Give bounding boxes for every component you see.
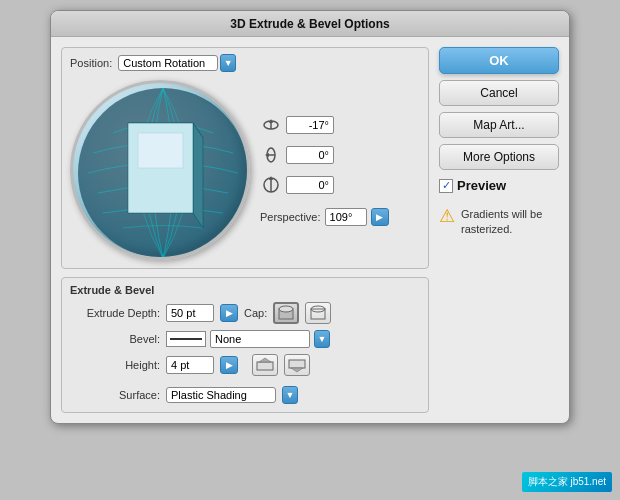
preview-row: ✓ Preview <box>439 178 559 193</box>
ok-button[interactable]: OK <box>439 47 559 74</box>
rotation-z-row <box>260 174 389 196</box>
extrude-section: Extrude & Bevel Extrude Depth: ▶ Cap: <box>61 277 429 413</box>
bevel-out-button[interactable] <box>284 354 310 376</box>
height-label: Height: <box>70 359 160 371</box>
rotation-z-value[interactable] <box>286 176 334 194</box>
svg-rect-20 <box>289 360 305 368</box>
cap-label: Cap: <box>244 307 267 319</box>
warning-icon: ⚠ <box>439 207 455 225</box>
dialog-title: 3D Extrude & Bevel Options <box>51 11 569 37</box>
cancel-button[interactable]: Cancel <box>439 80 559 106</box>
rotation-z-icon <box>260 174 282 196</box>
position-header: Position: Custom Rotation ▼ <box>70 54 420 72</box>
extrude-depth-button[interactable]: ▶ <box>220 304 238 322</box>
cap-button-off[interactable] <box>305 302 331 324</box>
right-panel: OK Cancel Map Art... More Options ✓ Prev… <box>439 47 559 413</box>
height-value[interactable] <box>166 356 214 374</box>
perspective-value[interactable] <box>325 208 367 226</box>
svg-marker-21 <box>291 368 303 372</box>
svg-marker-2 <box>193 123 203 228</box>
more-options-button[interactable]: More Options <box>439 144 559 170</box>
dialog-3d-extrude: 3D Extrude & Bevel Options Position: Cus… <box>50 10 570 424</box>
sphere-svg <box>73 83 250 260</box>
position-section: Position: Custom Rotation ▼ <box>61 47 429 269</box>
rotation-x-row <box>260 114 389 136</box>
map-art-button[interactable]: Map Art... <box>439 112 559 138</box>
height-row: Height: ▶ <box>70 354 420 376</box>
height-button[interactable]: ▶ <box>220 356 238 374</box>
bevel-line-preview <box>166 331 206 347</box>
rotation-x-icon <box>260 114 282 136</box>
bevel-dropdown-arrow[interactable]: ▼ <box>314 330 330 348</box>
position-label: Position: <box>70 57 112 69</box>
preview-area: Perspective: ▶ <box>70 80 420 260</box>
extrude-depth-row: Extrude Depth: ▶ Cap: <box>70 302 420 324</box>
svg-rect-4 <box>138 133 183 168</box>
watermark: 脚本之家 jb51.net <box>522 472 612 492</box>
extrude-section-title: Extrude & Bevel <box>70 284 420 296</box>
bevel-in-button[interactable] <box>252 354 278 376</box>
position-dropdown-arrow[interactable]: ▼ <box>220 54 236 72</box>
surface-row: Surface: Plastic Shading ▼ <box>70 382 420 404</box>
bevel-row: Bevel: None ▼ <box>70 330 420 348</box>
perspective-label: Perspective: <box>260 211 321 223</box>
warning-area: ⚠ Gradients will be rasterized. <box>439 207 559 238</box>
3d-preview-sphere <box>70 80 250 260</box>
cap-button-on[interactable] <box>273 302 299 324</box>
preview-checkbox[interactable]: ✓ <box>439 179 453 193</box>
extrude-depth-value[interactable] <box>166 304 214 322</box>
extrude-depth-label: Extrude Depth: <box>70 307 160 319</box>
surface-label: Surface: <box>70 389 160 401</box>
rotation-y-value[interactable] <box>286 146 334 164</box>
perspective-row: Perspective: ▶ <box>260 208 389 226</box>
svg-rect-18 <box>257 362 273 370</box>
svg-point-15 <box>279 306 293 312</box>
rotation-x-value[interactable] <box>286 116 334 134</box>
rotation-inputs: Perspective: ▶ <box>260 114 389 226</box>
bevel-select-container: None ▼ <box>166 330 330 348</box>
preview-label: Preview <box>457 178 506 193</box>
surface-dropdown[interactable]: Plastic Shading <box>166 387 276 403</box>
warning-text: Gradients will be rasterized. <box>461 207 559 238</box>
bevel-label: Bevel: <box>70 333 160 345</box>
svg-rect-16 <box>311 309 325 319</box>
svg-marker-19 <box>259 358 271 362</box>
surface-dropdown-arrow[interactable]: ▼ <box>282 386 298 404</box>
bevel-dropdown[interactable]: None <box>210 330 310 348</box>
rotation-y-row <box>260 144 389 166</box>
rotation-y-icon <box>260 144 282 166</box>
position-select: Custom Rotation ▼ <box>118 54 236 72</box>
position-dropdown[interactable]: Custom Rotation <box>118 55 218 71</box>
perspective-button[interactable]: ▶ <box>371 208 389 226</box>
left-panel: Position: Custom Rotation ▼ <box>61 47 429 413</box>
